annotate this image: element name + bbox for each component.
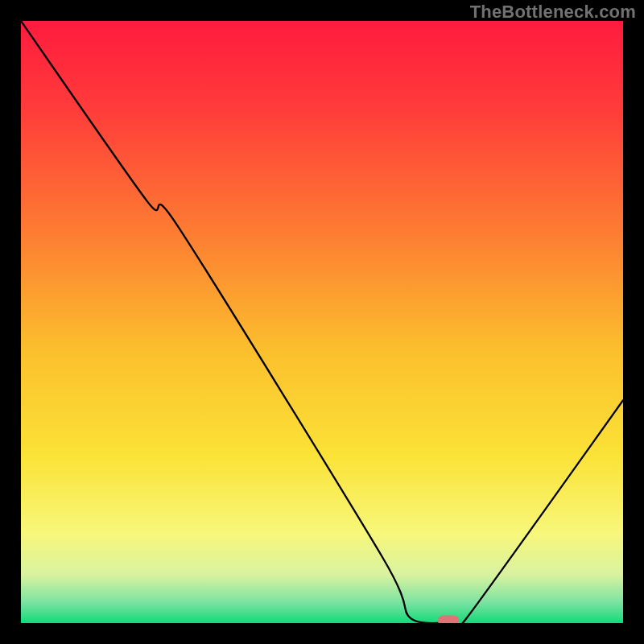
- optimal-marker: [438, 616, 459, 623]
- watermark-text: TheBottleneck.com: [470, 2, 636, 23]
- chart-frame: [21, 21, 623, 623]
- gradient-background: [21, 21, 623, 623]
- bottleneck-chart: [21, 21, 623, 623]
